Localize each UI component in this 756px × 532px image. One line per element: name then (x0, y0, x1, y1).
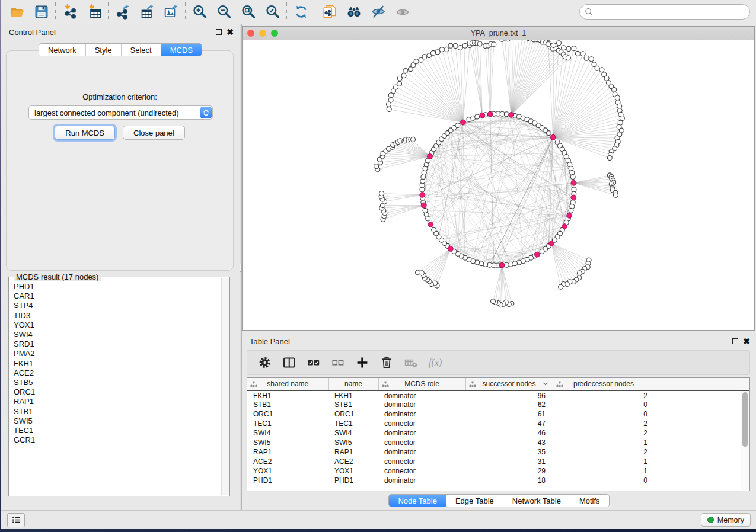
close-table-panel-icon[interactable]: ✖ (743, 338, 750, 344)
window-zoom-traffic-light[interactable] (271, 30, 278, 37)
mcds-result-item[interactable]: SWI4 (14, 330, 221, 339)
delete-columns-button[interactable] (376, 352, 397, 373)
table-cell[interactable]: 1 (553, 457, 655, 466)
table-cell[interactable]: 35 (465, 447, 553, 457)
export-table-button[interactable] (135, 2, 159, 22)
import-network-button[interactable] (58, 2, 82, 22)
column-header-shared-name[interactable]: shared name (247, 378, 328, 390)
tab-node-table[interactable]: Node Table (389, 495, 446, 507)
mcds-result-item[interactable]: TID3 (14, 311, 221, 321)
mcds-result-item[interactable]: YOX1 (14, 321, 221, 330)
table-cell[interactable]: connector (378, 438, 465, 447)
table-options-gear-button[interactable] (254, 352, 276, 373)
close-panel-button[interactable]: Close panel (123, 126, 185, 140)
table-scrollbar-thumb[interactable] (742, 392, 748, 447)
tab-motifs[interactable]: Motifs (570, 495, 609, 507)
column-header-successor-nodes[interactable]: successor nodes (465, 378, 553, 390)
table-cell[interactable]: 0 (553, 400, 655, 409)
zoom-in-button[interactable] (187, 2, 212, 22)
table-cell[interactable]: connector (378, 457, 465, 466)
table-cell[interactable]: 2 (553, 428, 655, 438)
window-close-traffic-light[interactable] (247, 30, 254, 37)
tab-mcds[interactable]: MCDS (161, 44, 202, 56)
table-cell[interactable]: ACE2 (247, 457, 328, 466)
export-network-button[interactable] (110, 2, 135, 22)
table-cell[interactable]: 18 (465, 476, 553, 485)
column-header-MCDS-role[interactable]: MCDS role (378, 378, 465, 390)
mcds-result-item[interactable]: ORC1 (14, 387, 221, 397)
tab-network[interactable]: Network (39, 44, 85, 56)
zoom-out-button[interactable] (212, 2, 236, 22)
table-row[interactable]: ORC1ORC1dominator610 (247, 409, 749, 419)
network-canvas[interactable] (243, 40, 754, 330)
table-cell[interactable]: connector (378, 466, 465, 476)
table-cell[interactable]: 2 (553, 447, 655, 457)
table-cell[interactable]: 29 (465, 466, 553, 476)
column-header-predecessor-nodes[interactable]: predecessor nodes (553, 378, 655, 390)
table-cell[interactable]: SWI4 (328, 428, 378, 438)
table-cell[interactable]: 47 (465, 419, 553, 428)
table-cell[interactable]: dominator (378, 409, 465, 419)
mcds-result-item[interactable]: SWI5 (14, 416, 221, 426)
table-row[interactable]: RAP1RAP1dominator352 (247, 447, 749, 457)
add-column-button[interactable] (352, 352, 373, 373)
table-row[interactable]: STB1STB1dominator620 (247, 400, 749, 409)
table-row[interactable]: ACE2ACE2connector311 (247, 457, 749, 466)
table-row[interactable]: PHD1PHD1dominator180 (247, 476, 749, 485)
table-cell[interactable]: YOX1 (328, 466, 378, 476)
mcds-list-scrollbar[interactable] (221, 278, 229, 495)
table-cell[interactable]: 46 (465, 428, 553, 438)
close-panel-icon[interactable]: ✖ (227, 29, 234, 35)
table-row[interactable]: SWI5SWI5connector431 (247, 438, 749, 447)
window-minimize-traffic-light[interactable] (259, 30, 266, 37)
tab-style[interactable]: Style (85, 44, 121, 56)
table-cell[interactable]: SWI4 (247, 428, 328, 438)
task-history-button[interactable] (7, 513, 25, 527)
table-cell[interactable]: connector (378, 419, 465, 428)
mcds-result-item[interactable]: GCR1 (14, 435, 221, 445)
table-cell[interactable]: dominator (378, 447, 465, 457)
mcds-result-item[interactable]: ACE2 (14, 368, 221, 378)
table-row[interactable]: FKH1FKH1dominator962 (247, 390, 749, 400)
table-cell[interactable]: PHD1 (247, 476, 328, 485)
table-cell[interactable]: ACE2 (328, 457, 378, 466)
table-cell[interactable]: 0 (553, 409, 655, 419)
table-cell[interactable]: ORC1 (247, 409, 328, 419)
table-scrollbar[interactable] (741, 391, 749, 490)
mcds-result-item[interactable]: RAP1 (14, 397, 221, 406)
table-cell[interactable]: PHD1 (328, 476, 378, 485)
mcds-result-item[interactable]: SRD1 (14, 339, 221, 349)
memory-button[interactable]: Memory (701, 513, 751, 527)
table-row[interactable]: TEC1TEC1connector472 (247, 419, 749, 428)
table-cell[interactable]: SWI5 (328, 438, 378, 447)
table-cell[interactable]: 1 (553, 438, 655, 447)
table-cell[interactable]: 2 (553, 419, 655, 428)
mcds-result-item[interactable]: STB5 (14, 378, 221, 387)
criterion-dropdown[interactable]: largest connected component (undirected) (28, 105, 213, 120)
split-panel-button[interactable] (279, 352, 300, 373)
tab-edge-table[interactable]: Edge Table (446, 495, 503, 507)
mcds-result-item[interactable]: FKH1 (14, 359, 221, 368)
table-cell[interactable]: 2 (553, 390, 655, 400)
import-table-button[interactable] (82, 2, 106, 22)
mcds-result-item[interactable]: PHD1 (14, 282, 221, 291)
mcds-result-item[interactable]: TEC1 (14, 426, 221, 435)
mcds-result-item[interactable]: STB1 (14, 407, 221, 416)
save-session-button[interactable] (29, 2, 53, 22)
table-cell[interactable]: FKH1 (328, 390, 378, 400)
refresh-network-button[interactable] (289, 2, 313, 22)
mcds-result-item[interactable]: PMA2 (14, 349, 221, 358)
first-neighbors-button[interactable] (342, 2, 366, 22)
tab-select[interactable]: Select (121, 44, 161, 56)
table-cell[interactable]: 43 (465, 438, 553, 447)
zoom-fit-button[interactable] (236, 2, 260, 22)
table-cell[interactable]: 96 (465, 390, 553, 400)
table-cell[interactable]: dominator (378, 390, 465, 400)
clone-network-button[interactable] (317, 2, 342, 22)
table-cell[interactable]: dominator (378, 400, 465, 409)
column-header-name[interactable]: name (328, 378, 378, 390)
table-cell[interactable]: SWI5 (247, 438, 328, 447)
run-mcds-button[interactable]: Run MCDS (55, 126, 115, 140)
table-cell[interactable]: 0 (553, 476, 655, 485)
search-input[interactable] (594, 6, 749, 18)
